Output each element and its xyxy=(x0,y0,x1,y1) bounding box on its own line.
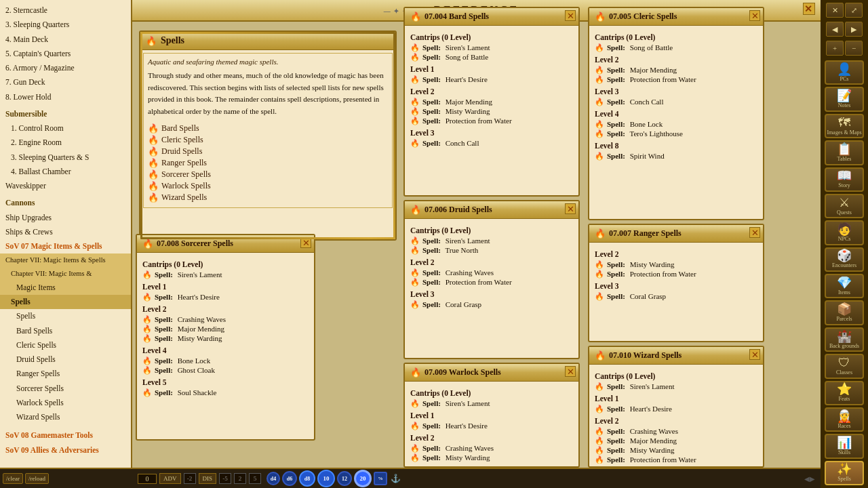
sidebar-item-chapter7-magic[interactable]: Chapter VII: Magic Items & xyxy=(0,267,131,281)
bard-card-header: 🔥 07.004 Bard Spells ✕ xyxy=(405,8,578,26)
toolbar-close-button[interactable]: ✕ xyxy=(826,3,844,18)
toolbar-quests-button[interactable]: ⚔ Quests xyxy=(825,194,864,218)
wizard-card-body[interactable]: Cantrips (0 Level) 🔥Spell: Siren's Lamen… xyxy=(589,365,763,464)
list-item-warlock[interactable]: 🔥Warlock Spells xyxy=(148,180,388,192)
sidebar-item-lower-hold[interactable]: 8. Lower Hold xyxy=(0,90,131,104)
ranger-flame-icon: 🔥 xyxy=(148,159,159,167)
ranger-card-body[interactable]: Level 2 🔥Spell: Misty Warding 🔥Spell: Pr… xyxy=(589,243,763,338)
wizard-card-flame: 🔥 xyxy=(595,351,606,360)
reference-close-button[interactable]: ✕ xyxy=(803,3,815,15)
spells-panel-title: Spells xyxy=(161,35,184,46)
sidebar-item-main-deck[interactable]: 4. Main Deck xyxy=(0,33,131,47)
sidebar-item-sorcerer-spells[interactable]: Sorcerer Spells xyxy=(0,382,131,396)
warlock-card-close[interactable]: ✕ xyxy=(565,366,576,377)
wizard-card-close[interactable]: ✕ xyxy=(749,349,760,360)
trident-icon[interactable]: ⚓ xyxy=(391,474,401,484)
flame: 🔥 xyxy=(595,270,604,278)
toolbar-plus-button[interactable]: + xyxy=(826,41,844,56)
toolbar-share-button[interactable]: ⤢ xyxy=(845,3,863,18)
toolbar-story-button[interactable]: 📖 Story xyxy=(825,167,864,192)
toolbar-classes-button[interactable]: 🛡 Classes xyxy=(825,354,864,378)
wizard-flame-icon: 🔥 xyxy=(148,193,159,202)
sidebar-item-sov09[interactable]: SoV 09 Allies & Adversaries xyxy=(0,443,131,458)
clear-button[interactable]: /clear xyxy=(3,473,23,484)
druid-card-close[interactable]: ✕ xyxy=(565,203,576,214)
toolbar-npcs-button[interactable]: 🧑 NPCs xyxy=(825,220,864,245)
sidebar-item-cleric-spells[interactable]: Cleric Spells xyxy=(0,338,131,352)
d10-die[interactable]: 10 xyxy=(317,470,335,487)
list-item-wizard[interactable]: 🔥Wizard Spells xyxy=(148,192,388,203)
d4-die[interactable]: d4 xyxy=(267,472,280,485)
toolbar-notes-button[interactable]: 📝 Notes xyxy=(825,87,864,111)
sidebar-item-warlock-spells[interactable]: Warlock Spells xyxy=(0,396,131,410)
list-item-cleric[interactable]: 🔥Cleric Spells xyxy=(148,134,388,146)
toolbar-pcs-button[interactable]: 👤 PCs xyxy=(825,60,864,85)
toolbar-encounters-button[interactable]: 🎲 Encounters xyxy=(825,247,864,272)
sidebar-item-sov07[interactable]: SoV 07 Magic Items & Spells xyxy=(0,239,131,253)
d20-die[interactable]: 20 xyxy=(354,470,372,487)
toolbar-parcels-button[interactable]: 📦 Parcels xyxy=(825,300,864,325)
d100-die[interactable]: % xyxy=(374,472,387,485)
sidebar-item-druid-spells[interactable]: Druid Spells xyxy=(0,352,131,367)
sorcerer-card-body[interactable]: Cantrips (0 Level) 🔥Spell: Siren's Lamen… xyxy=(137,253,314,436)
toolbar-items-button[interactable]: 💎 Items xyxy=(825,274,864,298)
wizard-spell-hearts: 🔥Spell: Heart's Desire xyxy=(595,404,757,413)
list-item-sorcerer[interactable]: 🔥Sorcerer Spells xyxy=(148,169,388,180)
toolbar-minus-button[interactable]: − xyxy=(845,41,863,56)
sidebar-item-engine-room[interactable]: 2. Engine Room xyxy=(0,136,131,150)
warlock-card-body[interactable]: Cantrips (0 Level) 🔥Spell: Siren's Lamen… xyxy=(405,382,578,464)
ranger-card-close[interactable]: ✕ xyxy=(749,227,760,238)
toolbar-tables-button[interactable]: 📋 Tables xyxy=(825,140,864,165)
warlock-flame-icon: 🔥 xyxy=(148,182,159,190)
cleric-card-body[interactable]: Cantrips (0 Level) 🔥Spell: Song of Battl… xyxy=(589,26,763,216)
minus2-display: -2 xyxy=(184,473,196,484)
toolbar-races-button[interactable]: 🧝 Races xyxy=(825,407,864,432)
adv-button[interactable]: ADV xyxy=(159,473,181,484)
bard-card-body[interactable]: Cantrips (0 Level) 🔥Spell: Siren's Lamen… xyxy=(405,26,578,192)
toolbar-back-button[interactable]: ◀ xyxy=(826,22,844,37)
sidebar-item-spells2[interactable]: Spells xyxy=(0,309,131,323)
list-item-bard[interactable]: 🔥Bard Spells xyxy=(148,123,388,134)
sidebar-item-ship-upgrades[interactable]: Ship Upgrades xyxy=(0,211,131,225)
toolbar-skills-button[interactable]: 📊 Skills xyxy=(825,434,864,458)
sidebar-item-ranger-spells[interactable]: Ranger Spells xyxy=(0,367,131,381)
sidebar-item-waveskipper[interactable]: Waveskipper xyxy=(0,179,131,193)
sidebar-item-cannons[interactable]: Cannons xyxy=(0,196,131,210)
sidebar-item-sov08[interactable]: SoV 08 Gamemaster Tools xyxy=(0,428,131,443)
toolbar-images-maps-button[interactable]: 🗺 Images & Maps xyxy=(825,114,864,138)
sidebar-item-gun-deck[interactable]: 7. Gun Deck xyxy=(0,75,131,89)
scroll-indicator: ◀▶ xyxy=(804,475,815,483)
sidebar-item-captains-quarters[interactable]: 5. Captain's Quarters xyxy=(0,47,131,61)
bard-card-close[interactable]: ✕ xyxy=(565,10,576,21)
sidebar-item-wizard-spells[interactable]: Wizard Spells xyxy=(0,410,131,424)
sidebar-item-spells[interactable]: Spells xyxy=(0,295,131,309)
toolbar-spells-button[interactable]: ✨ Spells xyxy=(825,461,864,485)
d6-die[interactable]: d6 xyxy=(282,471,297,486)
toolbar-forward-button[interactable]: ▶ xyxy=(845,22,863,37)
sidebar-item-ballast-chamber[interactable]: 4. Ballast Chamber xyxy=(0,165,131,179)
cleric-card-close[interactable]: ✕ xyxy=(749,10,760,21)
sidebar-item-sleeping-s[interactable]: 3. Sleeping Quarters & S xyxy=(0,150,131,165)
reload-button[interactable]: /reload xyxy=(25,473,49,484)
sidebar-item-armory[interactable]: 6. Armory / Magazine xyxy=(0,61,131,75)
sidebar-item-control-room[interactable]: 1. Control Room xyxy=(0,121,131,136)
sidebar-item-magic-items[interactable]: Magic Items xyxy=(0,281,131,295)
toolbar-feats-button[interactable]: ⭐ Feats xyxy=(825,381,864,405)
d8-die[interactable]: d8 xyxy=(299,470,315,487)
sidebar-item-sleeping-quarters[interactable]: 3. Sleeping Quarters xyxy=(0,18,131,32)
warlock-spells-card: 🔥 07.009 Warlock Spells ✕ Cantrips (0 Le… xyxy=(403,363,580,468)
sidebar-item-ships-crews[interactable]: Ships & Crews xyxy=(0,225,131,239)
list-item-druid[interactable]: 🔥Druid Spells xyxy=(148,146,388,157)
sorcerer-card-close[interactable]: ✕ xyxy=(300,237,311,248)
items-label: Items xyxy=(838,290,850,296)
d12-die[interactable]: 12 xyxy=(337,471,352,486)
sidebar-item-bard-spells[interactable]: Bard Spells xyxy=(0,324,131,338)
dis-button[interactable]: DIS xyxy=(199,473,217,484)
backgrounds-icon: 🏰 xyxy=(837,330,852,342)
toolbar-backgrounds-button[interactable]: 🏰 Back grounds xyxy=(825,327,864,352)
sidebar-item-chapter7[interactable]: Chapter VII: Magic Items & Spells xyxy=(0,253,131,267)
druid-card-body[interactable]: Cantrips (0 Level) 🔥Spell: Siren's Lamen… xyxy=(405,219,578,355)
bard-spell-conch: 🔥Spell: Conch Call xyxy=(410,138,573,148)
list-item-ranger[interactable]: 🔥Ranger Spells xyxy=(148,157,388,169)
sidebar-item-sterncastle[interactable]: 2. Sterncastle xyxy=(0,3,131,18)
